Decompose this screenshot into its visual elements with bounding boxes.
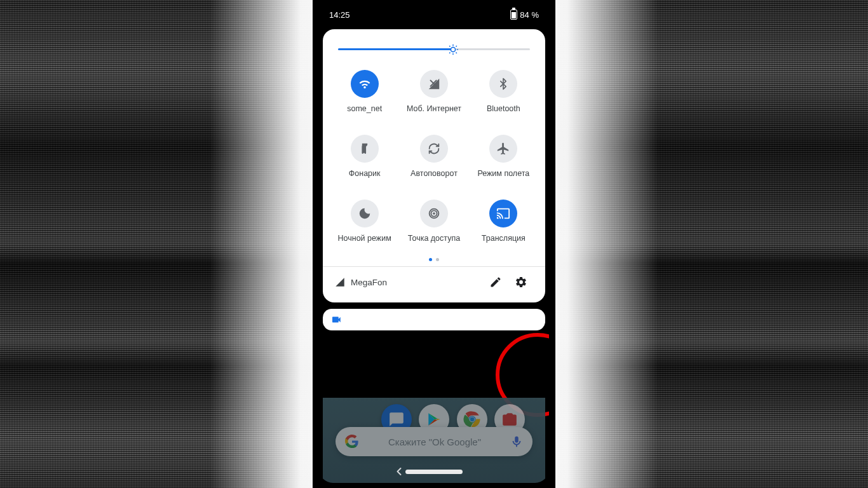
edit-button[interactable]	[483, 269, 508, 295]
bluetooth-icon	[489, 70, 517, 98]
nav-bar	[323, 460, 545, 483]
phone-frame: 14:25 84 %	[314, 0, 554, 488]
brightness-slider[interactable]	[338, 41, 530, 58]
cast-icon	[489, 200, 517, 227]
qs-footer: MegaFon	[332, 267, 536, 297]
home-screen-dimmed: Скажите "Ok Google"	[323, 398, 545, 483]
qs-tile-label: Трансляция	[482, 234, 526, 243]
svg-point-0	[451, 47, 456, 51]
gear-icon	[515, 276, 527, 288]
qs-tile-label: Bluetooth	[487, 104, 520, 113]
phone-screen: 14:25 84 %	[319, 5, 549, 483]
page-dot[interactable]	[436, 258, 439, 261]
carrier-name: MegaFon	[351, 278, 387, 287]
qs-tile-label: Режим полета	[477, 169, 529, 178]
pencil-icon	[489, 276, 502, 288]
airplane-icon	[489, 135, 517, 163]
qs-tile-label: Автоповорот	[410, 169, 458, 178]
autorotate-icon	[420, 135, 448, 163]
qs-tile-label: Моб. Интернет	[407, 104, 461, 113]
brightness-thumb-icon[interactable]	[447, 43, 459, 56]
video-icon	[330, 314, 342, 325]
nightmode-icon	[351, 200, 379, 227]
quick-settings-panel: some_netМоб. ИнтернетBluetoothФонарикАвт…	[323, 29, 545, 302]
qs-tile-wifi[interactable]: some_net	[332, 70, 397, 113]
wifi-icon	[351, 70, 379, 98]
home-gesture-pill[interactable]	[405, 470, 463, 474]
page-dot[interactable]	[429, 258, 432, 261]
qs-tile-label: Фонарик	[349, 169, 381, 178]
qs-tile-mobiledata[interactable]: Моб. Интернет	[401, 70, 466, 113]
settings-button[interactable]	[508, 269, 534, 295]
back-button[interactable]	[393, 465, 405, 478]
qs-tile-hotspot[interactable]: Точка доступа	[401, 200, 466, 243]
signal-icon	[334, 276, 346, 288]
qs-tile-nightmode[interactable]: Ночной режим	[332, 200, 397, 243]
hotspot-icon	[420, 200, 448, 227]
status-bar: 14:25 84 %	[319, 5, 549, 24]
mobiledata-icon	[420, 70, 448, 98]
qs-tile-flashlight[interactable]: Фонарик	[332, 135, 397, 178]
status-time: 14:25	[329, 10, 350, 20]
battery-icon	[510, 10, 517, 20]
quick-settings-grid: some_netМоб. ИнтернетBluetoothФонарикАвт…	[332, 70, 536, 243]
qs-tile-label: some_net	[347, 104, 382, 113]
notification-card[interactable]	[323, 309, 545, 330]
qs-tile-bluetooth[interactable]: Bluetooth	[471, 70, 536, 113]
qs-tile-cast[interactable]: Трансляция	[471, 200, 536, 243]
qs-tile-label: Ночной режим	[338, 234, 391, 243]
qs-tile-autorotate[interactable]: Автоповорот	[401, 135, 466, 178]
flashlight-icon	[351, 135, 379, 163]
battery-percent: 84 %	[520, 10, 539, 20]
svg-point-1	[433, 212, 435, 215]
page-indicator	[332, 258, 536, 261]
qs-tile-airplane[interactable]: Режим полета	[471, 135, 536, 178]
qs-tile-label: Точка доступа	[408, 234, 460, 243]
